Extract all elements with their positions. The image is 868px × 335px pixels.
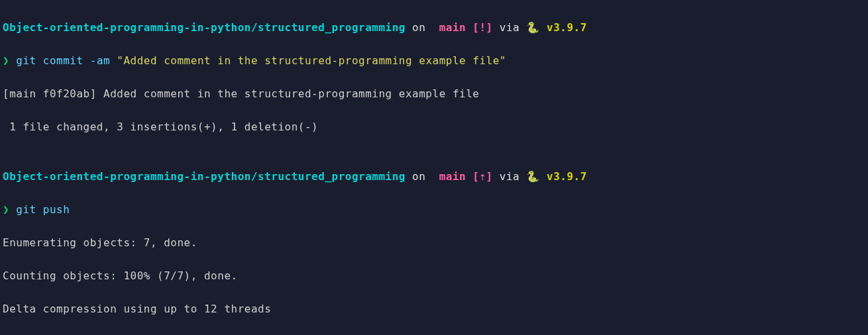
output-line: Counting objects: 100% (7/7), done. — [3, 267, 865, 284]
python-icon: 🐍 — [526, 170, 547, 183]
flag: -am — [83, 54, 117, 67]
command-line-1: ❯ git commit -am "Added comment in the s… — [3, 52, 865, 69]
output-line: [main f0f20ab] Added comment in the stru… — [3, 85, 865, 102]
prompt-char: ❯ — [3, 203, 16, 216]
git-status: [!] — [472, 21, 492, 34]
git-status: [⇡] — [472, 170, 492, 183]
prompt-line-2: Object-oriented-programming-in-python/st… — [3, 168, 865, 185]
prompt-char: ❯ — [3, 54, 16, 67]
git-branch: main — [433, 21, 473, 34]
subcommand: commit — [36, 54, 83, 67]
via-text: via — [493, 170, 527, 183]
on-text: on — [406, 21, 433, 34]
cwd-path: Object-oriented-programming-in-python/st… — [3, 170, 406, 183]
git-branch: main — [433, 170, 473, 183]
output-line: Enumerating objects: 7, done. — [3, 234, 865, 251]
via-text: via — [493, 21, 527, 34]
terminal-output[interactable]: Object-oriented-programming-in-python/st… — [0, 0, 868, 335]
python-version: v3.9.7 — [547, 170, 587, 183]
on-text: on — [406, 170, 433, 183]
prompt-line-1: Object-oriented-programming-in-python/st… — [3, 19, 865, 36]
command-line-2: ❯ git push — [3, 201, 865, 218]
command: git — [16, 54, 36, 67]
python-version: v3.9.7 — [547, 21, 587, 34]
python-icon: 🐍 — [526, 21, 547, 34]
output-line: 1 file changed, 3 insertions(+), 1 delet… — [3, 119, 865, 135]
output-line: Delta compression using up to 12 threads — [3, 301, 865, 317]
cwd-path: Object-oriented-programming-in-python/st… — [3, 21, 406, 34]
command: git — [16, 203, 36, 216]
commit-message: "Added comment in the structured-program… — [117, 54, 506, 67]
subcommand: push — [36, 203, 70, 216]
